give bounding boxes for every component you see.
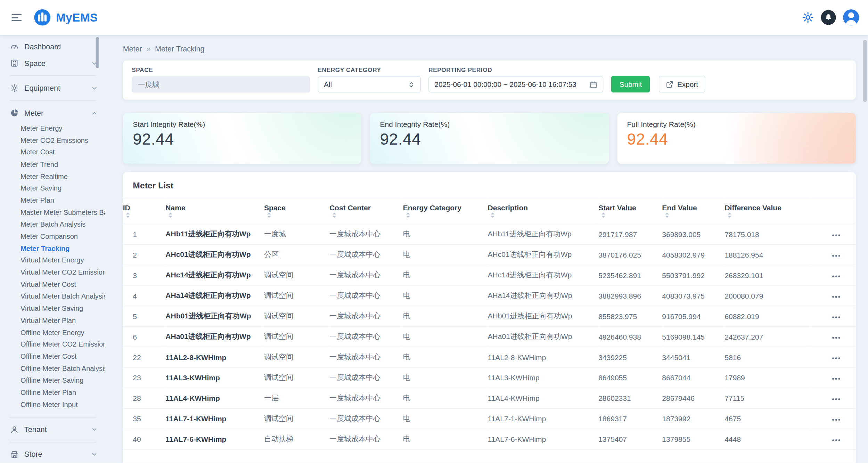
sidebar-subitem[interactable]: Offline Meter Batch Analysis (0, 363, 105, 375)
sidebar-subitem[interactable]: Virtual Meter Cost (0, 278, 105, 291)
sidebar-item-tenant[interactable]: Tenant (0, 421, 105, 438)
column-header-label: Cost Center (329, 204, 371, 212)
column-header[interactable]: Difference Value (724, 198, 810, 224)
row-actions-button[interactable] (831, 314, 841, 320)
sidebar-item-space[interactable]: Space (0, 55, 105, 72)
column-header-label: ID (123, 204, 130, 212)
page-scrollbar[interactable] (863, 40, 867, 102)
row-actions-button[interactable] (831, 334, 841, 341)
column-header[interactable]: Space (264, 198, 329, 224)
row-actions-button[interactable] (831, 396, 841, 403)
sort-arrows-icon (332, 212, 337, 218)
sidebar-item-dashboard[interactable]: Dashboard (0, 38, 105, 55)
sidebar-item-equipment[interactable]: Equipment (0, 80, 105, 96)
main-content: Meter»Meter Tracking SPACE 一度城 ENERGY CA… (105, 35, 868, 463)
row-actions-button[interactable] (831, 293, 841, 300)
sidebar-subitem[interactable]: Offline Meter Saving (0, 375, 105, 387)
sidebar-divider (10, 442, 97, 442)
settings-gear-icon[interactable] (802, 11, 813, 23)
row-actions-button[interactable] (831, 355, 841, 362)
cell-end-value: 3445041 (662, 347, 724, 367)
sidebar-subitem-label: Meter Comparison (21, 233, 78, 240)
column-header[interactable]: Start Value (598, 198, 662, 224)
table-row: 22 11AL2-8-KWHimp 调试空间 一度城成本中心 电 11AL2-8… (123, 347, 856, 367)
sidebar-subitem[interactable]: Offline Meter CO2 Emission (0, 339, 105, 351)
cell-description: AHb01进线柜正向有功Wp (488, 306, 599, 326)
sidebar-item-meter[interactable]: Meter (0, 105, 105, 121)
breadcrumb-parent-link[interactable]: Meter (123, 45, 142, 53)
export-icon (666, 81, 673, 88)
column-header[interactable]: Energy Category (403, 198, 488, 224)
reporting-period-filter-group: REPORTING PERIOD 2025-06-01 00:00:00 ~ 2… (428, 66, 603, 92)
reporting-period-input[interactable]: 2025-06-01 00:00:00 ~ 2025-06-10 16:07:5… (428, 76, 603, 92)
cell-cost-center: 一度城成本中心 (329, 429, 403, 449)
sidebar-subitem[interactable]: Meter Batch Analysis (0, 218, 105, 230)
cell-energy-category: 电 (403, 388, 488, 408)
column-header[interactable]: ID (123, 198, 166, 224)
cell-cost-center: 一度城成本中心 (329, 244, 403, 265)
column-header[interactable]: Cost Center (329, 198, 403, 224)
sidebar-subitem[interactable]: Offline Meter Cost (0, 351, 105, 363)
cell-name: 11AL7-1-KWHimp (165, 408, 264, 429)
sidebar-subitem[interactable]: Master Meter Submeters Ba (0, 206, 105, 219)
sidebar-subitem[interactable]: Meter Trend (0, 159, 105, 171)
sidebar-subitem[interactable]: Meter Plan (0, 194, 105, 206)
sidebar-subitem[interactable]: Virtual Meter Batch Analysis (0, 291, 105, 303)
cell-cost-center: 一度城成本中心 (329, 326, 403, 347)
cell-id: 2 (123, 244, 166, 265)
sort-arrows-icon (406, 212, 410, 218)
sidebar-item-store[interactable]: Store (0, 446, 105, 463)
export-button[interactable]: Export (659, 76, 705, 92)
cell-cost-center: 一度城成本中心 (329, 388, 403, 408)
space-input[interactable]: 一度城 (132, 76, 310, 92)
cell-energy-category: 电 (403, 367, 488, 388)
hamburger-menu-icon[interactable] (8, 9, 25, 26)
column-header[interactable]: End Value (662, 198, 724, 224)
sidebar-subitem-label: Offline Meter Batch Analysis (21, 365, 105, 372)
sidebar-subitem[interactable]: Meter Saving (0, 182, 105, 195)
energy-category-select[interactable]: All (318, 76, 420, 92)
cell-description: AHb11进线柜正向有功Wp (488, 224, 599, 244)
sidebar-subitem[interactable]: Virtual Meter Plan (0, 315, 105, 327)
row-actions-button[interactable] (831, 416, 841, 423)
sidebar-subitem[interactable]: Offline Meter Energy (0, 326, 105, 339)
row-actions-button[interactable] (831, 232, 841, 239)
sidebar-subitem[interactable]: Meter Realtime (0, 170, 105, 182)
meter-list-title: Meter List (123, 172, 856, 197)
column-header[interactable] (810, 198, 856, 224)
meter-list-card: Meter List ID (123, 172, 856, 463)
row-actions-button[interactable] (831, 437, 841, 444)
column-header[interactable]: Name (165, 198, 264, 224)
cell-end-value: 369893.005 (662, 224, 724, 244)
notifications-bell-icon[interactable] (821, 10, 836, 25)
column-header[interactable]: Description (488, 198, 599, 224)
sidebar-subitem-label: Meter Trend (21, 161, 58, 168)
user-avatar[interactable] (843, 9, 859, 25)
cell-energy-category: 电 (403, 244, 488, 265)
sidebar-scrollbar[interactable] (96, 37, 99, 68)
sidebar-subitem[interactable]: Meter CO2 Emissions (0, 135, 105, 147)
table-row: 5 AHb01进线柜正向有功Wp 调试空间 一度城成本中心 电 AHb01进线柜… (123, 306, 856, 326)
energy-category-value: All (324, 80, 332, 89)
sidebar-subitem[interactable]: Meter Tracking (0, 243, 105, 255)
row-actions-button[interactable] (831, 252, 841, 259)
cell-name: 11AL7-6-KWHimp (165, 429, 264, 449)
row-actions-button[interactable] (831, 273, 841, 279)
sidebar-subitem[interactable]: Offline Meter Input (0, 399, 105, 411)
sidebar-subitem[interactable]: Meter Cost (0, 146, 105, 159)
sidebar-item-label: Store (24, 450, 42, 458)
sidebar-subitem[interactable]: Meter Comparison (0, 230, 105, 243)
sidebar-divider (10, 100, 97, 101)
sidebar-subitem[interactable]: Virtual Meter CO2 Emission (0, 267, 105, 279)
sort-arrows-icon (267, 212, 271, 218)
sidebar-subitem[interactable]: Virtual Meter Saving (0, 302, 105, 315)
sidebar-subitem-label: Meter Energy (21, 124, 62, 132)
row-actions-button[interactable] (831, 375, 841, 382)
cell-energy-category: 电 (403, 347, 488, 367)
sidebar-subitem[interactable]: Virtual Meter Energy (0, 254, 105, 267)
brand-logo[interactable]: MyEMS (33, 8, 98, 27)
sidebar-subitem[interactable]: Offline Meter Plan (0, 387, 105, 399)
submit-button[interactable]: Submit (611, 76, 650, 92)
sidebar-subitem[interactable]: Meter Energy (0, 122, 105, 135)
filter-panel: SPACE 一度城 ENERGY CATEGORY All REPORTING … (123, 60, 856, 100)
